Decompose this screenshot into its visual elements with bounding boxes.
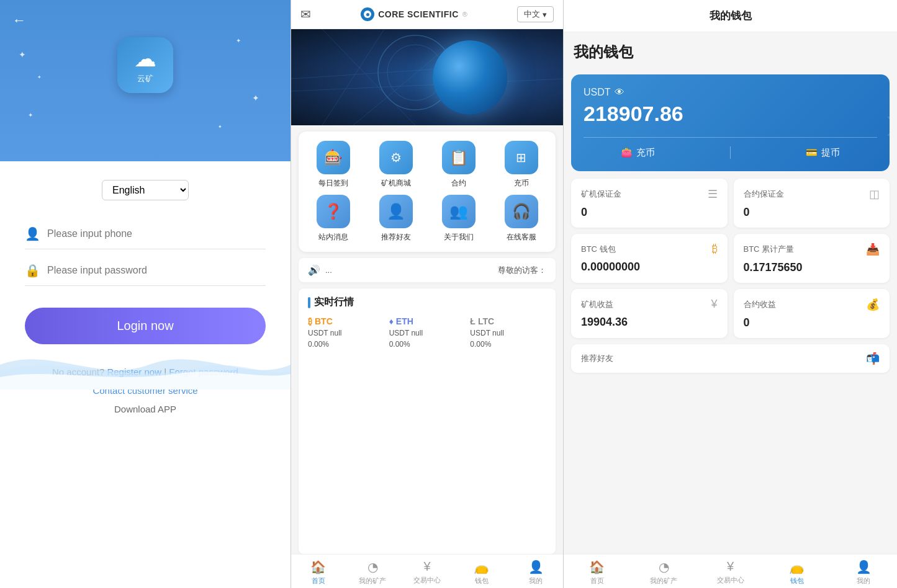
usdt-label-text: USDT: [584, 87, 611, 98]
nav-mining[interactable]: ◔ 我的矿产: [346, 559, 400, 586]
menu-label-mining-mall: 矿机商城: [381, 178, 411, 189]
person-icon: 👤: [25, 226, 40, 241]
invite-icon: 👤: [387, 203, 405, 220]
bottom-navigation: 🏠 首页 ◔ 我的矿产 ¥ 交易中心 👝 钱包 👤 我的: [291, 554, 563, 588]
notice-suffix: 尊敬的访客：: [498, 265, 546, 276]
wallet-nav-trade-icon: ¥: [727, 559, 734, 574]
mining-mall-icon-box: ⚙: [379, 141, 413, 174]
ltc-pct: 0.00%: [470, 340, 546, 349]
menu-item-invite[interactable]: 👤 推荐好友: [367, 195, 424, 243]
btc-production-header: BTC 累计产量 📥: [744, 243, 880, 256]
wallet-nav-home[interactable]: 🏠 首页: [564, 559, 630, 586]
nav-home-icon: 🏠: [310, 559, 326, 574]
ltc-name: Ł LTC: [470, 316, 546, 326]
contract-earnings-card[interactable]: 合约收益 💰 0: [734, 289, 890, 338]
ltc-coin-row[interactable]: Ł LTC USDT null 0.00%: [470, 316, 546, 349]
download-link[interactable]: Download APP: [114, 404, 176, 414]
eth-coin-row[interactable]: ♦ ETH USDT null 0.00%: [389, 316, 466, 349]
wallet-nav-profile[interactable]: 👤 我的: [831, 559, 897, 586]
withdraw-label: 提币: [821, 147, 840, 159]
wallet-nav-wallet[interactable]: 👝 钱包: [764, 559, 830, 586]
card-chevron-decoration: ›: [885, 94, 890, 151]
nav-wallet-icon: 👝: [474, 559, 489, 574]
recommend-friends-item[interactable]: 推荐好友 📬: [571, 344, 890, 373]
mining-earnings-card[interactable]: 矿机收益 ¥ 19904.36: [571, 289, 728, 338]
mining-deposit-card[interactable]: 矿机保证金 ☰ 0: [571, 179, 728, 228]
nav-profile-icon: 👤: [528, 559, 544, 574]
lock-icon: 🔒: [25, 263, 40, 278]
withdraw-button[interactable]: 💳 提币: [806, 147, 840, 159]
support-icon: 🎧: [512, 203, 531, 220]
stats-grid: 矿机保证金 ☰ 0 合约保证金 ◫ 0 BTC 钱包 ₿ 0.00000000: [571, 179, 890, 338]
contract-deposit-header: 合约保证金 ◫: [744, 187, 880, 201]
nav-home-label: 首页: [312, 576, 325, 586]
menu-label-invite: 推荐好友: [381, 232, 411, 243]
nav-profile-label: 我的: [529, 576, 543, 586]
language-toggle[interactable]: 中文 ▾: [517, 6, 554, 22]
menu-item-support[interactable]: 🎧 在线客服: [493, 195, 549, 243]
menu-item-mining-mall[interactable]: ⚙ 矿机商城: [367, 141, 424, 189]
password-input-row: 🔒: [25, 256, 266, 286]
mining-deposit-title: 矿机保证金: [581, 189, 621, 200]
main-topbar: ✉ CORE SCIENTIFIC ® 中文 ▾: [291, 0, 563, 29]
phone-input-row: 👤: [25, 219, 266, 249]
eth-name: ♦ ETH: [389, 316, 466, 326]
menu-label-recharge: 充币: [514, 178, 529, 189]
back-button[interactable]: ←: [12, 12, 26, 29]
mining-deposit-value: 0: [581, 206, 718, 219]
language-select[interactable]: English 中文 한국어 日本語: [102, 180, 189, 200]
menu-item-daily-checkin[interactable]: 🎰 每日签到: [305, 141, 361, 189]
nav-trade[interactable]: ¥ 交易中心: [400, 559, 454, 586]
nav-trade-label: 交易中心: [413, 576, 441, 585]
password-input[interactable]: [47, 265, 266, 276]
lang-text: 中文: [524, 9, 540, 20]
recommend-label: 推荐好友: [581, 353, 613, 364]
app-logo-area: CORE SCIENTIFIC ®: [361, 7, 467, 21]
nav-mining-icon: ◔: [367, 559, 378, 574]
btc-name: ₿ BTC: [308, 316, 384, 326]
mail-icon[interactable]: ✉: [300, 7, 311, 22]
recharge-button[interactable]: 👛 充币: [621, 147, 655, 159]
wallet-nav-trade[interactable]: ¥ 交易中心: [697, 559, 764, 586]
about-icon-box: 👥: [442, 195, 476, 228]
btc-wallet-value: 0.00000000: [581, 261, 718, 274]
nav-home[interactable]: 🏠 首页: [291, 559, 346, 586]
btc-price: USDT null: [308, 329, 384, 337]
phone-input[interactable]: [47, 228, 266, 239]
withdraw-wallet-icon: 💳: [806, 147, 818, 158]
wallet-nav-home-icon: 🏠: [589, 559, 605, 574]
login-button[interactable]: Login now: [25, 308, 266, 344]
eth-pct: 0.00%: [389, 340, 466, 349]
contract-deposit-card[interactable]: 合约保证金 ◫ 0: [734, 179, 890, 228]
btc-wallet-title: BTC 钱包: [581, 244, 616, 255]
daily-checkin-icon-box: 🎰: [317, 141, 350, 174]
globe-graphic: [433, 40, 507, 115]
eth-label: ETH: [396, 316, 413, 326]
wave-decoration: [0, 340, 291, 390]
wallet-nav-mining[interactable]: ◔ 我的矿产: [630, 559, 696, 586]
usdt-label-row: USDT 👁: [584, 87, 877, 98]
nav-profile[interactable]: 👤 我的: [508, 559, 563, 586]
notice-text: ...: [325, 265, 332, 275]
network-grid: [291, 29, 563, 125]
btc-production-card[interactable]: BTC 累计产量 📥 0.17175650: [734, 234, 890, 283]
btc-wallet-card[interactable]: BTC 钱包 ₿ 0.00000000: [571, 234, 728, 283]
wallet-bottom-navigation: 🏠 首页 ◔ 我的矿产 ¥ 交易中心 👝 钱包 👤 我的: [564, 554, 897, 588]
mining-mall-icon: ⚙: [390, 150, 402, 165]
login-logo-area: ☁ 云矿: [0, 0, 291, 93]
menu-item-recharge[interactable]: ⊞ 充币: [493, 141, 549, 189]
recommend-icon: 📬: [866, 352, 880, 365]
market-grid: ₿ BTC USDT null 0.00% ♦ ETH USDT null 0.…: [308, 316, 546, 349]
menu-item-contract[interactable]: 📋 合约: [430, 141, 487, 189]
nav-wallet-label: 钱包: [475, 576, 489, 586]
market-title-text: 实时行情: [314, 296, 354, 309]
svg-line-4: [291, 79, 563, 91]
ltc-label: LTC: [478, 316, 494, 326]
btc-production-value: 0.17175650: [744, 261, 880, 274]
contract-earnings-icon: 💰: [866, 298, 880, 311]
wallet-screen: 我的钱包 我的钱包 › USDT 👁 218907.86 👛 充币 💳: [564, 0, 897, 588]
menu-item-about[interactable]: 👥 关于我们: [430, 195, 487, 243]
menu-item-messages[interactable]: ❓ 站内消息: [305, 195, 361, 243]
nav-wallet[interactable]: 👝 钱包: [454, 559, 509, 586]
btc-coin-row[interactable]: ₿ BTC USDT null 0.00%: [308, 316, 384, 349]
